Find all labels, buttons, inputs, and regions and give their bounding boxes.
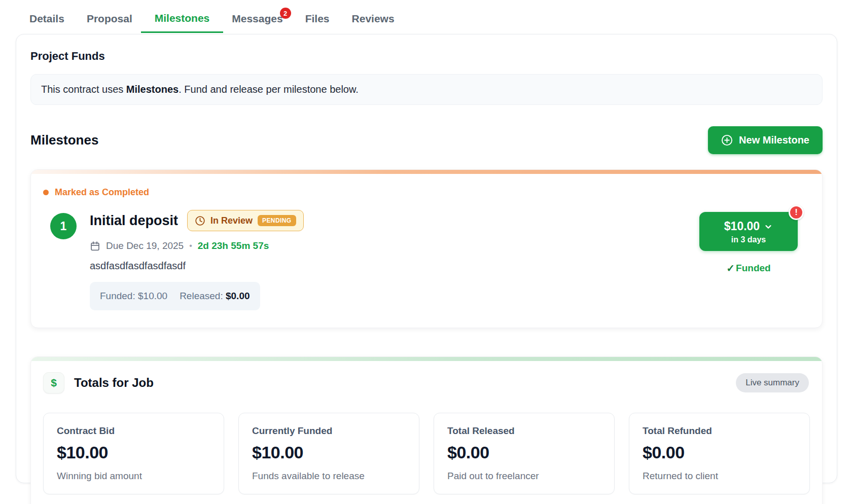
review-status-badge: In Review PENDING	[187, 210, 304, 231]
tab-files[interactable]: Files	[305, 13, 330, 33]
stat-label: Total Released	[447, 425, 601, 437]
stat-sublabel: Returned to client	[643, 471, 796, 482]
stat-card-contract-bid: Contract Bid $10.00 Winning bid amount	[43, 413, 224, 494]
due-date-row: Due Dec 19, 2025 • 2d 23h 55m 57s	[90, 240, 690, 251]
milestones-title: Milestones	[30, 132, 98, 148]
funded-label: Funded:	[100, 291, 135, 301]
new-milestone-button[interactable]: New Milestone	[708, 126, 823, 154]
funded-status-label: Funded	[736, 263, 771, 274]
stat-sublabel: Winning bid amount	[57, 471, 210, 482]
milestone-amount-button[interactable]: $10.00 in 3 days	[699, 212, 798, 251]
calendar-icon	[90, 241, 100, 251]
chevron-down-icon	[764, 222, 773, 231]
tab-reviews[interactable]: Reviews	[352, 13, 395, 33]
released-label: Released:	[180, 291, 223, 301]
contract-panel: Project Funds This contract uses Milesto…	[16, 34, 837, 483]
milestone-number-badge: 1	[50, 213, 77, 239]
milestone-description: asdfasdfasdfasdfasdf	[90, 260, 690, 272]
totals-accent-bar	[31, 357, 822, 361]
milestone-card: Marked as Completed 1 Initial deposit	[30, 169, 823, 328]
totals-card: $ Totals for Job Live summary Contract B…	[30, 356, 823, 504]
project-funds-title: Project Funds	[30, 50, 823, 63]
funded-status: ✓ Funded	[726, 262, 770, 274]
fund-summary-chip: Funded: $10.00 Released: $0.00	[90, 282, 260, 310]
tab-milestones[interactable]: Milestones	[141, 12, 224, 33]
new-milestone-label: New Milestone	[739, 134, 809, 146]
plus-circle-icon	[721, 134, 733, 146]
totals-footnote: Updates reflect current milestone rows (…	[31, 497, 822, 504]
milestone-amount: $10.00	[724, 220, 760, 233]
tab-messages[interactable]: Messages 2	[232, 13, 282, 33]
page: Details Proposal Milestones Messages 2 F…	[0, 0, 853, 504]
stat-label: Currently Funded	[252, 425, 406, 437]
notice-bold: Milestones	[126, 84, 179, 95]
stat-card-total-released: Total Released $0.00 Paid out to freelan…	[434, 413, 615, 494]
alert-badge-icon[interactable]: !	[789, 205, 804, 220]
milestone-status-note: Marked as Completed	[43, 187, 807, 198]
tab-details[interactable]: Details	[29, 13, 64, 33]
countdown-timer: 2d 23h 55m 57s	[198, 240, 269, 251]
tab-messages-label: Messages	[232, 13, 282, 24]
due-date-text: Due Dec 19, 2025	[106, 240, 184, 251]
notice-prefix: This contract uses	[41, 84, 126, 95]
live-summary-pill: Live summary	[736, 373, 809, 392]
review-status-label: In Review	[210, 215, 253, 226]
check-icon: ✓	[726, 262, 735, 274]
tab-bar: Details Proposal Milestones Messages 2 F…	[0, 0, 853, 33]
funded-value: $10.00	[138, 291, 167, 301]
clock-icon	[195, 215, 205, 226]
status-dot-icon	[43, 190, 49, 195]
stat-card-currently-funded: Currently Funded $10.00 Funds available …	[238, 413, 419, 494]
stat-label: Total Refunded	[643, 425, 796, 437]
pending-pill: PENDING	[258, 215, 296, 226]
totals-title: Totals for Job	[74, 376, 154, 390]
stat-sublabel: Funds available to release	[252, 471, 406, 482]
contract-type-notice: This contract uses Milestones. Fund and …	[30, 74, 823, 105]
dollar-icon: $	[43, 372, 64, 393]
stat-sublabel: Paid out to freelancer	[447, 471, 601, 482]
tab-proposal[interactable]: Proposal	[87, 13, 132, 33]
milestone-title: Initial deposit	[90, 213, 178, 229]
status-note-text: Marked as Completed	[55, 187, 149, 198]
totals-stats-row: Contract Bid $10.00 Winning bid amount C…	[31, 402, 822, 497]
stat-value: $10.00	[252, 443, 406, 462]
stat-value: $0.00	[643, 443, 796, 462]
stat-card-total-refunded: Total Refunded $0.00 Returned to client	[629, 413, 810, 494]
notice-suffix: . Fund and release per milestone below.	[179, 84, 359, 95]
milestone-accent-bar	[31, 170, 822, 174]
stat-value: $0.00	[447, 443, 601, 462]
released-value: $0.00	[226, 291, 250, 301]
stat-label: Contract Bid	[57, 425, 210, 437]
milestones-header: Milestones New Milestone	[30, 126, 823, 154]
due-separator: •	[189, 241, 192, 250]
amount-due-in: in 3 days	[731, 235, 766, 244]
messages-unread-badge: 2	[280, 8, 291, 19]
stat-value: $10.00	[57, 443, 210, 462]
